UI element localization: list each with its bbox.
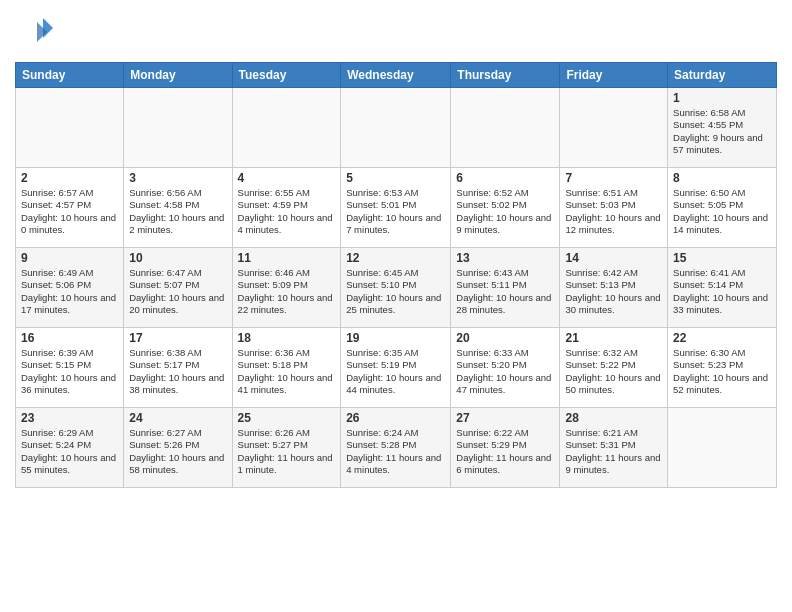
day-info: Sunrise: 6:47 AM Sunset: 5:07 PM Dayligh… — [129, 267, 226, 316]
weekday-sunday: Sunday — [16, 63, 124, 88]
day-number: 12 — [346, 251, 445, 265]
day-info: Sunrise: 6:49 AM Sunset: 5:06 PM Dayligh… — [21, 267, 118, 316]
calendar-cell — [341, 88, 451, 168]
calendar-cell — [232, 88, 341, 168]
calendar-cell: 20Sunrise: 6:33 AM Sunset: 5:20 PM Dayli… — [451, 328, 560, 408]
calendar-cell: 15Sunrise: 6:41 AM Sunset: 5:14 PM Dayli… — [668, 248, 777, 328]
calendar-cell: 13Sunrise: 6:43 AM Sunset: 5:11 PM Dayli… — [451, 248, 560, 328]
day-info: Sunrise: 6:39 AM Sunset: 5:15 PM Dayligh… — [21, 347, 118, 396]
day-info: Sunrise: 6:27 AM Sunset: 5:26 PM Dayligh… — [129, 427, 226, 476]
day-info: Sunrise: 6:46 AM Sunset: 5:09 PM Dayligh… — [238, 267, 336, 316]
day-number: 13 — [456, 251, 554, 265]
day-info: Sunrise: 6:30 AM Sunset: 5:23 PM Dayligh… — [673, 347, 771, 396]
calendar-week-2: 9Sunrise: 6:49 AM Sunset: 5:06 PM Daylig… — [16, 248, 777, 328]
day-info: Sunrise: 6:50 AM Sunset: 5:05 PM Dayligh… — [673, 187, 771, 236]
day-number: 28 — [565, 411, 662, 425]
day-number: 21 — [565, 331, 662, 345]
day-info: Sunrise: 6:42 AM Sunset: 5:13 PM Dayligh… — [565, 267, 662, 316]
calendar-week-1: 2Sunrise: 6:57 AM Sunset: 4:57 PM Daylig… — [16, 168, 777, 248]
calendar: SundayMondayTuesdayWednesdayThursdayFrid… — [15, 62, 777, 488]
calendar-cell: 16Sunrise: 6:39 AM Sunset: 5:15 PM Dayli… — [16, 328, 124, 408]
day-number: 25 — [238, 411, 336, 425]
calendar-cell: 28Sunrise: 6:21 AM Sunset: 5:31 PM Dayli… — [560, 408, 668, 488]
day-number: 27 — [456, 411, 554, 425]
day-number: 15 — [673, 251, 771, 265]
calendar-cell: 27Sunrise: 6:22 AM Sunset: 5:29 PM Dayli… — [451, 408, 560, 488]
day-number: 20 — [456, 331, 554, 345]
calendar-cell: 2Sunrise: 6:57 AM Sunset: 4:57 PM Daylig… — [16, 168, 124, 248]
day-info: Sunrise: 6:33 AM Sunset: 5:20 PM Dayligh… — [456, 347, 554, 396]
day-number: 1 — [673, 91, 771, 105]
day-number: 6 — [456, 171, 554, 185]
day-info: Sunrise: 6:51 AM Sunset: 5:03 PM Dayligh… — [565, 187, 662, 236]
logo — [15, 10, 57, 54]
weekday-tuesday: Tuesday — [232, 63, 341, 88]
calendar-cell — [451, 88, 560, 168]
calendar-cell — [560, 88, 668, 168]
calendar-cell: 25Sunrise: 6:26 AM Sunset: 5:27 PM Dayli… — [232, 408, 341, 488]
day-number: 7 — [565, 171, 662, 185]
day-info: Sunrise: 6:24 AM Sunset: 5:28 PM Dayligh… — [346, 427, 445, 476]
calendar-week-0: 1Sunrise: 6:58 AM Sunset: 4:55 PM Daylig… — [16, 88, 777, 168]
calendar-cell — [124, 88, 232, 168]
calendar-cell: 11Sunrise: 6:46 AM Sunset: 5:09 PM Dayli… — [232, 248, 341, 328]
day-number: 19 — [346, 331, 445, 345]
day-info: Sunrise: 6:56 AM Sunset: 4:58 PM Dayligh… — [129, 187, 226, 236]
day-number: 3 — [129, 171, 226, 185]
calendar-cell: 14Sunrise: 6:42 AM Sunset: 5:13 PM Dayli… — [560, 248, 668, 328]
day-number: 23 — [21, 411, 118, 425]
day-info: Sunrise: 6:55 AM Sunset: 4:59 PM Dayligh… — [238, 187, 336, 236]
calendar-cell — [16, 88, 124, 168]
day-number: 10 — [129, 251, 226, 265]
day-number: 22 — [673, 331, 771, 345]
calendar-cell: 3Sunrise: 6:56 AM Sunset: 4:58 PM Daylig… — [124, 168, 232, 248]
day-info: Sunrise: 6:26 AM Sunset: 5:27 PM Dayligh… — [238, 427, 336, 476]
page-container: SundayMondayTuesdayWednesdayThursdayFrid… — [0, 0, 792, 612]
day-number: 24 — [129, 411, 226, 425]
day-info: Sunrise: 6:21 AM Sunset: 5:31 PM Dayligh… — [565, 427, 662, 476]
calendar-cell: 26Sunrise: 6:24 AM Sunset: 5:28 PM Dayli… — [341, 408, 451, 488]
calendar-cell: 21Sunrise: 6:32 AM Sunset: 5:22 PM Dayli… — [560, 328, 668, 408]
day-number: 4 — [238, 171, 336, 185]
weekday-monday: Monday — [124, 63, 232, 88]
calendar-cell: 23Sunrise: 6:29 AM Sunset: 5:24 PM Dayli… — [16, 408, 124, 488]
day-info: Sunrise: 6:41 AM Sunset: 5:14 PM Dayligh… — [673, 267, 771, 316]
calendar-cell: 9Sunrise: 6:49 AM Sunset: 5:06 PM Daylig… — [16, 248, 124, 328]
day-info: Sunrise: 6:38 AM Sunset: 5:17 PM Dayligh… — [129, 347, 226, 396]
day-number: 17 — [129, 331, 226, 345]
day-number: 11 — [238, 251, 336, 265]
calendar-cell: 12Sunrise: 6:45 AM Sunset: 5:10 PM Dayli… — [341, 248, 451, 328]
day-info: Sunrise: 6:29 AM Sunset: 5:24 PM Dayligh… — [21, 427, 118, 476]
calendar-cell: 10Sunrise: 6:47 AM Sunset: 5:07 PM Dayli… — [124, 248, 232, 328]
calendar-cell: 18Sunrise: 6:36 AM Sunset: 5:18 PM Dayli… — [232, 328, 341, 408]
calendar-cell — [668, 408, 777, 488]
weekday-wednesday: Wednesday — [341, 63, 451, 88]
day-info: Sunrise: 6:53 AM Sunset: 5:01 PM Dayligh… — [346, 187, 445, 236]
day-number: 2 — [21, 171, 118, 185]
calendar-week-4: 23Sunrise: 6:29 AM Sunset: 5:24 PM Dayli… — [16, 408, 777, 488]
day-info: Sunrise: 6:32 AM Sunset: 5:22 PM Dayligh… — [565, 347, 662, 396]
calendar-cell: 19Sunrise: 6:35 AM Sunset: 5:19 PM Dayli… — [341, 328, 451, 408]
day-number: 9 — [21, 251, 118, 265]
calendar-cell: 4Sunrise: 6:55 AM Sunset: 4:59 PM Daylig… — [232, 168, 341, 248]
day-info: Sunrise: 6:43 AM Sunset: 5:11 PM Dayligh… — [456, 267, 554, 316]
day-info: Sunrise: 6:45 AM Sunset: 5:10 PM Dayligh… — [346, 267, 445, 316]
day-number: 26 — [346, 411, 445, 425]
calendar-cell: 24Sunrise: 6:27 AM Sunset: 5:26 PM Dayli… — [124, 408, 232, 488]
logo-icon — [15, 10, 55, 54]
day-number: 14 — [565, 251, 662, 265]
calendar-cell: 6Sunrise: 6:52 AM Sunset: 5:02 PM Daylig… — [451, 168, 560, 248]
calendar-cell: 7Sunrise: 6:51 AM Sunset: 5:03 PM Daylig… — [560, 168, 668, 248]
day-number: 8 — [673, 171, 771, 185]
calendar-cell: 17Sunrise: 6:38 AM Sunset: 5:17 PM Dayli… — [124, 328, 232, 408]
weekday-thursday: Thursday — [451, 63, 560, 88]
day-number: 18 — [238, 331, 336, 345]
weekday-friday: Friday — [560, 63, 668, 88]
calendar-cell: 5Sunrise: 6:53 AM Sunset: 5:01 PM Daylig… — [341, 168, 451, 248]
calendar-cell: 8Sunrise: 6:50 AM Sunset: 5:05 PM Daylig… — [668, 168, 777, 248]
day-number: 16 — [21, 331, 118, 345]
weekday-saturday: Saturday — [668, 63, 777, 88]
header — [15, 10, 777, 54]
calendar-cell: 22Sunrise: 6:30 AM Sunset: 5:23 PM Dayli… — [668, 328, 777, 408]
day-info: Sunrise: 6:57 AM Sunset: 4:57 PM Dayligh… — [21, 187, 118, 236]
